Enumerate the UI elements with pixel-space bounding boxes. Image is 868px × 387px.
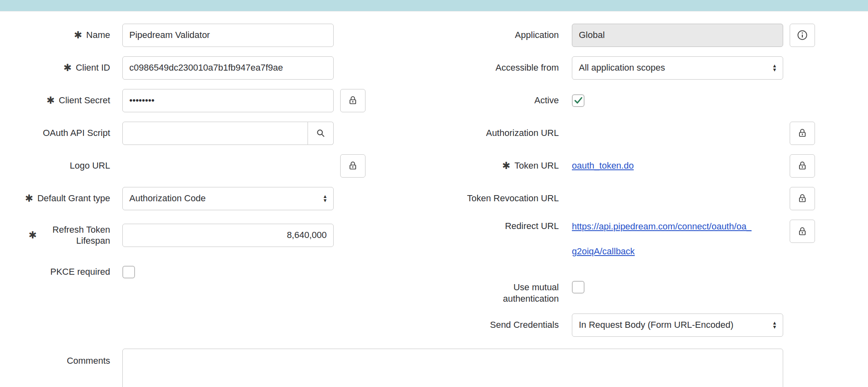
active-label: Active [420, 95, 559, 106]
field-row-redirect-url: Redirect URL https://api.pipedream.com/c… [420, 215, 815, 276]
client-id-input[interactable] [122, 56, 334, 80]
required-asterisk: ✱ [64, 63, 72, 73]
redirect-url-label: Redirect URL [420, 215, 559, 232]
field-row-pkce-required: PKCE required [0, 256, 365, 288]
authorization-url-label-text: Authorization URL [486, 127, 559, 139]
authorization-url-label: Authorization URL [420, 127, 559, 139]
field-row-comments: Comments [0, 349, 868, 387]
accessible-from-select[interactable]: All application scopes ▲▼ [572, 56, 783, 80]
refresh-token-lifespan-input[interactable] [122, 224, 334, 247]
comments-label: Comments [0, 349, 110, 367]
token-revocation-url-label: Token Revocation URL [420, 193, 559, 204]
application-info-button[interactable] [790, 24, 815, 47]
refresh-token-lifespan-label-text: Refresh Token Lifespan [41, 224, 110, 247]
lock-icon [797, 193, 808, 204]
application-input [572, 24, 783, 47]
authorization-url-lock-button[interactable] [790, 122, 815, 145]
token-revocation-url-label-text: Token Revocation URL [467, 193, 559, 204]
search-icon [315, 128, 326, 138]
pkce-required-label: PKCE required [0, 266, 110, 278]
name-label-text: Name [86, 29, 110, 41]
field-row-client-secret: ✱ Client Secret [0, 84, 365, 117]
select-arrows-icon: ▲▼ [772, 321, 777, 329]
required-asterisk: ✱ [46, 96, 55, 105]
default-grant-type-label: ✱ Default Grant type [0, 193, 110, 204]
lock-icon [797, 160, 808, 171]
record-form: ✱ Name ✱ Client ID ✱ Client Secret [0, 11, 868, 341]
logo-url-label: Logo URL [0, 160, 110, 171]
field-row-token-url: ✱ Token URL oauth_token.do [420, 149, 815, 182]
client-secret-label-text: Client Secret [59, 95, 110, 106]
field-row-send-credentials: Send Credentials In Request Body (Form U… [420, 309, 815, 341]
redirect-url-label-text: Redirect URL [505, 220, 559, 232]
field-row-logo-url: Logo URL [0, 149, 365, 182]
select-arrows-icon: ▲▼ [323, 194, 328, 202]
required-asterisk: ✱ [502, 161, 510, 171]
comments-label-text: Comments [67, 355, 110, 367]
form-right-column: Application Accessible from All applicat… [420, 19, 815, 341]
oauth-api-script-label: OAuth API Script [0, 127, 110, 139]
client-secret-lock-button[interactable] [340, 89, 365, 112]
send-credentials-label-text: Send Credentials [490, 319, 559, 331]
name-input[interactable] [122, 24, 334, 47]
field-row-name: ✱ Name [0, 19, 365, 51]
lock-icon [797, 226, 808, 237]
oauth-api-script-lookup-button[interactable] [308, 122, 334, 145]
use-mutual-authentication-label-text: Use mutual authentication [489, 282, 559, 304]
field-row-use-mutual-authentication: Use mutual authentication [420, 276, 815, 309]
oauth-api-script-label-text: OAuth API Script [43, 127, 110, 139]
redirect-url-line1: https://api.pipedream.com/connect/oauth/… [572, 220, 751, 233]
refresh-token-lifespan-label: ✱ Refresh Token Lifespan [0, 224, 110, 247]
token-url-label: ✱ Token URL [420, 160, 559, 171]
field-row-oauth-api-script: OAuth API Script [0, 117, 365, 149]
use-mutual-authentication-label: Use mutual authentication [420, 276, 559, 304]
default-grant-type-select[interactable]: Authorization Code ▲▼ [122, 187, 334, 210]
select-arrows-icon: ▲▼ [772, 64, 777, 72]
token-url-link[interactable]: oauth_token.do [572, 160, 634, 171]
application-label-text: Application [515, 29, 559, 41]
client-secret-input[interactable] [122, 89, 334, 112]
pkce-required-checkbox[interactable] [122, 266, 135, 278]
lock-icon [348, 160, 358, 171]
field-row-authorization-url: Authorization URL [420, 117, 815, 149]
accessible-from-label-text: Accessible from [496, 62, 559, 73]
redirect-url-line2: g2oiqA/callback [572, 245, 751, 258]
send-credentials-value: In Request Body (Form URL-Encoded) [579, 320, 733, 330]
client-id-label: ✱ Client ID [0, 62, 110, 73]
client-secret-label: ✱ Client Secret [0, 95, 110, 106]
form-left-column: ✱ Name ✱ Client ID ✱ Client Secret [0, 19, 365, 341]
field-row-default-grant-type: ✱ Default Grant type Authorization Code … [0, 182, 365, 215]
name-label: ✱ Name [0, 29, 110, 41]
redirect-url-lock-button[interactable] [790, 220, 815, 243]
pkce-required-label-text: PKCE required [50, 266, 110, 278]
active-label-text: Active [534, 95, 559, 106]
token-revocation-url-lock-button[interactable] [790, 187, 815, 210]
accessible-from-value: All application scopes [579, 62, 665, 73]
oauth-api-script-input[interactable] [122, 122, 308, 145]
oauth-api-script-group [122, 122, 334, 145]
logo-url-lock-button[interactable] [340, 154, 365, 178]
active-checkbox[interactable] [572, 94, 585, 107]
default-grant-type-label-text: Default Grant type [37, 193, 110, 204]
field-row-accessible-from: Accessible from All application scopes ▲… [420, 51, 815, 84]
lock-icon [348, 95, 358, 106]
client-id-label-text: Client ID [76, 62, 110, 73]
logo-url-label-text: Logo URL [70, 160, 110, 171]
required-asterisk: ✱ [74, 30, 82, 40]
send-credentials-label: Send Credentials [420, 319, 559, 331]
accessible-from-label: Accessible from [420, 62, 559, 73]
field-row-token-revocation-url: Token Revocation URL [420, 182, 815, 215]
required-asterisk: ✱ [25, 194, 33, 203]
required-asterisk: ✱ [29, 230, 37, 240]
send-credentials-select[interactable]: In Request Body (Form URL-Encoded) ▲▼ [572, 314, 783, 337]
token-url-lock-button[interactable] [790, 154, 815, 178]
top-banner [0, 0, 868, 11]
use-mutual-authentication-checkbox[interactable] [572, 281, 585, 294]
redirect-url-link[interactable]: https://api.pipedream.com/connect/oauth/… [572, 220, 751, 258]
default-grant-type-value: Authorization Code [129, 193, 206, 204]
info-icon [796, 29, 808, 41]
redirect-url-field: https://api.pipedream.com/connect/oauth/… [572, 215, 783, 258]
comments-textarea[interactable] [122, 349, 783, 387]
token-url-label-text: Token URL [514, 160, 559, 171]
field-row-application: Application [420, 19, 815, 51]
